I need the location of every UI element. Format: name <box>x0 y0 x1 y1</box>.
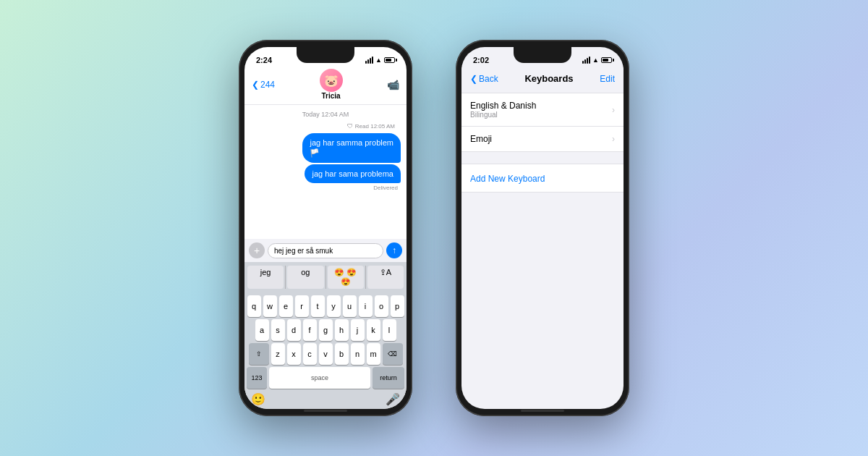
battery-icon-right <box>601 57 612 63</box>
contact-name: Tricia <box>321 92 340 100</box>
key-d[interactable]: d <box>287 319 301 341</box>
signal-bar-r4 <box>589 56 590 64</box>
key-row-2: a s d f g h j k l <box>247 319 404 341</box>
send-button[interactable]: ↑ <box>386 242 402 258</box>
pred-word-1[interactable]: jeg <box>247 266 284 289</box>
delivered-status: Delivered <box>373 185 398 191</box>
key-row-3: ⇧ z x c v b n m ⌫ <box>247 343 404 365</box>
home-indicator-left <box>304 410 347 412</box>
key-m[interactable]: m <box>367 343 380 365</box>
pred-word-4[interactable]: ⇪A <box>367 266 404 289</box>
key-row-1: q w e r t y u i o p <box>247 295 404 317</box>
keyboard: q w e r t y u i o p a s d f g h j k l <box>244 292 407 409</box>
key-g[interactable]: g <box>319 319 333 341</box>
key-v[interactable]: v <box>319 343 333 365</box>
key-n[interactable]: n <box>351 343 365 365</box>
key-h[interactable]: h <box>335 319 349 341</box>
back-button[interactable]: ❮ 244 <box>252 80 275 90</box>
timestamp-center: Today 12:04 AM <box>250 111 401 118</box>
key-a[interactable]: a <box>255 319 269 341</box>
key-l[interactable]: l <box>383 319 396 341</box>
status-icons-right: ▲ <box>582 56 612 64</box>
right-screen: 2:02 ▲ ❮ Back Keyboards <box>461 47 624 409</box>
delete-key[interactable]: ⌫ <box>383 343 403 365</box>
imessage-header: ❮ 244 🐷 Tricia 📹 <box>244 67 407 105</box>
signal-bar-1 <box>365 61 367 64</box>
sent-messages: jag har samma problem 🏳️ jag har sama pr… <box>250 133 401 191</box>
signal-bar-r3 <box>587 58 588 64</box>
message-text-1: jag har samma problem <box>310 138 393 147</box>
emoji-button[interactable]: 🙂 <box>251 392 265 406</box>
key-f[interactable]: f <box>303 319 317 341</box>
signal-bar-3 <box>370 58 371 64</box>
key-r[interactable]: r <box>295 295 309 317</box>
plus-button[interactable]: + <box>249 242 265 258</box>
avatar-emoji: 🐷 <box>324 74 339 88</box>
key-s[interactable]: s <box>271 319 285 341</box>
key-z[interactable]: z <box>271 343 285 365</box>
chevron-right-icon-2: › <box>612 134 615 144</box>
message-bubble-1: jag har samma problem 🏳️ <box>302 133 401 163</box>
chevron-right-icon-1: › <box>612 105 615 115</box>
signal-bar-2 <box>367 59 369 64</box>
mic-button[interactable]: 🎤 <box>386 392 400 406</box>
chevron-back-icon: ❮ <box>470 74 477 84</box>
battery-icon <box>384 57 395 63</box>
signal-bar-4 <box>372 56 373 64</box>
time-left: 2:24 <box>256 56 272 64</box>
space-key[interactable]: space <box>269 367 370 389</box>
shield-icon: 🛡 <box>347 123 353 130</box>
num-key[interactable]: 123 <box>247 367 267 389</box>
keyboard-list: English & Danish Bilingual › Emoji › <box>461 93 624 152</box>
contact-info: 🐷 Tricia <box>320 69 343 100</box>
key-y[interactable]: y <box>327 295 341 317</box>
keyboard-2-title: Emoji <box>470 134 492 144</box>
status-icons-left: ▲ <box>365 56 395 64</box>
home-indicator-right <box>521 410 564 412</box>
key-x[interactable]: x <box>287 343 301 365</box>
battery-fill <box>386 59 391 62</box>
signal-bar-r1 <box>582 61 584 64</box>
read-status-text: Read 12:05 AM <box>355 123 395 130</box>
video-call-icon[interactable]: 📹 <box>387 79 399 90</box>
key-w[interactable]: w <box>263 295 277 317</box>
message-bubble-2: jag har sama problema <box>305 164 401 183</box>
keyboard-1-title: English & Danish <box>470 101 536 111</box>
key-u[interactable]: u <box>343 295 357 317</box>
avatar: 🐷 <box>320 69 343 92</box>
settings-nav: ❮ Back Keyboards Edit <box>461 67 624 87</box>
key-q[interactable]: q <box>247 295 261 317</box>
return-key[interactable]: return <box>373 367 404 389</box>
key-b[interactable]: b <box>335 343 349 365</box>
add-keyboard-button[interactable]: Add New Keyboard <box>470 174 545 184</box>
back-label: Back <box>479 74 498 84</box>
key-e[interactable]: e <box>279 295 293 317</box>
right-phone: 2:02 ▲ ❮ Back Keyboards <box>456 40 629 416</box>
keyboard-row-english-danish[interactable]: English & Danish Bilingual › <box>461 93 624 127</box>
signal-bar-r2 <box>584 59 586 64</box>
back-nav-button[interactable]: ❮ Back <box>470 74 498 84</box>
pred-divider-1 <box>285 266 286 289</box>
input-text: hej jeg er så smuk <box>274 247 333 255</box>
key-p[interactable]: p <box>391 295 404 317</box>
key-k[interactable]: k <box>367 319 380 341</box>
emoji-mic-row: 🙂 🎤 <box>247 391 404 406</box>
signal-icon-right <box>582 56 590 64</box>
key-j[interactable]: j <box>351 319 365 341</box>
key-o[interactable]: o <box>375 295 388 317</box>
key-i[interactable]: i <box>359 295 373 317</box>
wifi-icon-right: ▲ <box>592 56 599 64</box>
notch <box>297 47 354 63</box>
pred-word-2[interactable]: og <box>287 266 323 289</box>
keyboard-row-emoji[interactable]: Emoji › <box>461 127 624 151</box>
message-text-2: jag har sama problema <box>312 169 393 178</box>
key-c[interactable]: c <box>303 343 317 365</box>
key-t[interactable]: t <box>311 295 325 317</box>
key-row-4: 123 space return <box>247 367 404 389</box>
notch-right <box>514 47 571 63</box>
edit-button[interactable]: Edit <box>600 74 615 84</box>
pred-word-3[interactable]: 😍 😍 😍 <box>328 266 364 289</box>
messages-area: Today 12:04 AM 🛡 Read 12:05 AM jag har s… <box>244 105 407 239</box>
message-input[interactable]: hej jeg er så smuk <box>268 243 383 258</box>
shift-key[interactable]: ⇧ <box>249 343 269 365</box>
